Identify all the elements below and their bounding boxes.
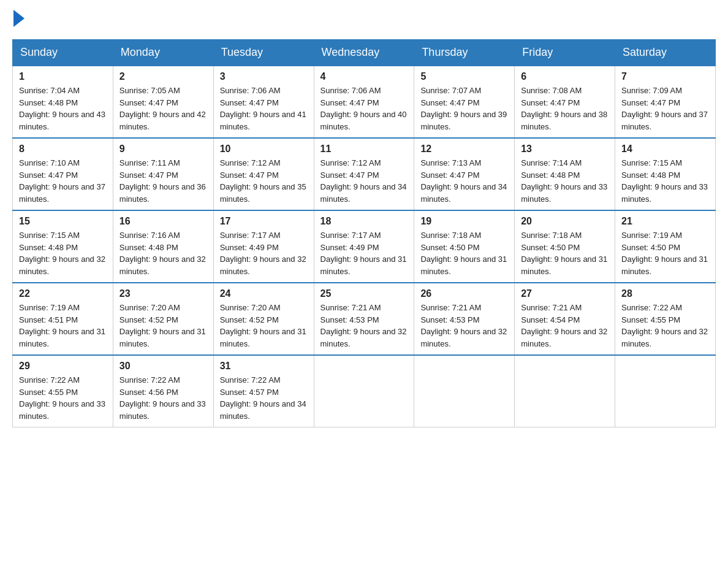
page-header xyxy=(12,12,716,27)
sunrise-label: Sunrise: 7:19 AM xyxy=(621,231,682,240)
calendar-day-cell: 28 Sunrise: 7:22 AM Sunset: 4:55 PM Dayl… xyxy=(615,283,716,355)
day-of-week-header: Monday xyxy=(113,40,213,66)
calendar-day-cell: 15 Sunrise: 7:15 AM Sunset: 4:48 PM Dayl… xyxy=(13,210,113,283)
sunrise-label: Sunrise: 7:06 AM xyxy=(220,86,281,95)
day-info: Sunrise: 7:22 AM Sunset: 4:57 PM Dayligh… xyxy=(220,374,308,422)
day-info: Sunrise: 7:17 AM Sunset: 4:49 PM Dayligh… xyxy=(220,229,308,277)
daylight-label: Daylight: 9 hours and 43 minutes. xyxy=(19,110,105,131)
calendar-day-cell: 6 Sunrise: 7:08 AM Sunset: 4:47 PM Dayli… xyxy=(515,66,615,138)
daylight-label: Daylight: 9 hours and 37 minutes. xyxy=(19,182,105,204)
sunset-label: Sunset: 4:54 PM xyxy=(521,315,580,324)
daylight-label: Daylight: 9 hours and 32 minutes. xyxy=(119,255,206,276)
calendar-day-cell: 25 Sunrise: 7:21 AM Sunset: 4:53 PM Dayl… xyxy=(314,283,414,355)
day-of-week-header: Thursday xyxy=(414,40,515,66)
calendar-table: SundayMondayTuesdayWednesdayThursdayFrid… xyxy=(12,39,716,427)
day-info: Sunrise: 7:20 AM Sunset: 4:52 PM Dayligh… xyxy=(119,302,207,350)
sunrise-label: Sunrise: 7:22 AM xyxy=(119,375,180,385)
daylight-label: Daylight: 9 hours and 31 minutes. xyxy=(320,255,407,276)
day-number: 18 xyxy=(320,216,408,227)
calendar-week-row: 29 Sunrise: 7:22 AM Sunset: 4:55 PM Dayl… xyxy=(13,355,716,427)
day-info: Sunrise: 7:16 AM Sunset: 4:48 PM Dayligh… xyxy=(119,229,207,277)
sunset-label: Sunset: 4:53 PM xyxy=(420,315,479,324)
calendar-day-cell: 27 Sunrise: 7:21 AM Sunset: 4:54 PM Dayl… xyxy=(515,283,615,355)
day-info: Sunrise: 7:18 AM Sunset: 4:50 PM Dayligh… xyxy=(420,229,508,277)
daylight-label: Daylight: 9 hours and 31 minutes. xyxy=(420,255,507,276)
daylight-label: Daylight: 9 hours and 32 minutes. xyxy=(521,327,607,348)
calendar-day-cell: 31 Sunrise: 7:22 AM Sunset: 4:57 PM Dayl… xyxy=(213,355,314,427)
sunrise-label: Sunrise: 7:12 AM xyxy=(320,158,381,167)
calendar-day-cell: 17 Sunrise: 7:17 AM Sunset: 4:49 PM Dayl… xyxy=(213,210,314,283)
calendar-day-cell: 22 Sunrise: 7:19 AM Sunset: 4:51 PM Dayl… xyxy=(13,283,113,355)
day-info: Sunrise: 7:12 AM Sunset: 4:47 PM Dayligh… xyxy=(320,157,408,205)
sunrise-label: Sunrise: 7:09 AM xyxy=(621,86,682,95)
day-info: Sunrise: 7:13 AM Sunset: 4:47 PM Dayligh… xyxy=(420,157,508,205)
day-info: Sunrise: 7:22 AM Sunset: 4:55 PM Dayligh… xyxy=(19,374,107,422)
daylight-label: Daylight: 9 hours and 32 minutes. xyxy=(621,327,708,348)
sunrise-label: Sunrise: 7:18 AM xyxy=(420,231,481,240)
calendar-day-cell: 3 Sunrise: 7:06 AM Sunset: 4:47 PM Dayli… xyxy=(213,66,314,138)
calendar-day-cell: 29 Sunrise: 7:22 AM Sunset: 4:55 PM Dayl… xyxy=(13,355,113,427)
sunset-label: Sunset: 4:52 PM xyxy=(220,315,279,324)
logo-arrow-icon xyxy=(13,10,25,27)
sunset-label: Sunset: 4:47 PM xyxy=(119,98,178,107)
daylight-label: Daylight: 9 hours and 38 minutes. xyxy=(521,110,607,131)
daylight-label: Daylight: 9 hours and 33 minutes. xyxy=(521,182,607,204)
day-info: Sunrise: 7:07 AM Sunset: 4:47 PM Dayligh… xyxy=(420,85,508,132)
day-info: Sunrise: 7:21 AM Sunset: 4:53 PM Dayligh… xyxy=(320,302,408,350)
calendar-empty-cell xyxy=(515,355,615,427)
day-of-week-header: Wednesday xyxy=(314,40,414,66)
day-number: 8 xyxy=(19,144,107,155)
sunrise-label: Sunrise: 7:22 AM xyxy=(220,375,281,385)
sunrise-label: Sunrise: 7:19 AM xyxy=(19,303,80,312)
daylight-label: Daylight: 9 hours and 33 minutes. xyxy=(119,399,206,421)
day-number: 15 xyxy=(19,216,107,227)
sunrise-label: Sunrise: 7:10 AM xyxy=(19,158,80,167)
calendar-day-cell: 1 Sunrise: 7:04 AM Sunset: 4:48 PM Dayli… xyxy=(13,66,113,138)
day-info: Sunrise: 7:12 AM Sunset: 4:47 PM Dayligh… xyxy=(220,157,308,205)
sunrise-label: Sunrise: 7:12 AM xyxy=(220,158,281,167)
sunrise-label: Sunrise: 7:18 AM xyxy=(521,231,582,240)
sunrise-label: Sunrise: 7:11 AM xyxy=(119,158,180,167)
day-of-week-header: Saturday xyxy=(615,40,716,66)
sunset-label: Sunset: 4:47 PM xyxy=(19,170,78,180)
day-info: Sunrise: 7:17 AM Sunset: 4:49 PM Dayligh… xyxy=(320,229,408,277)
day-of-week-header: Sunday xyxy=(13,40,113,66)
sunrise-label: Sunrise: 7:21 AM xyxy=(420,303,481,312)
sunset-label: Sunset: 4:55 PM xyxy=(19,388,78,397)
calendar-day-cell: 2 Sunrise: 7:05 AM Sunset: 4:47 PM Dayli… xyxy=(113,66,213,138)
sunrise-label: Sunrise: 7:15 AM xyxy=(621,158,682,167)
sunrise-label: Sunrise: 7:06 AM xyxy=(320,86,381,95)
calendar-day-cell: 10 Sunrise: 7:12 AM Sunset: 4:47 PM Dayl… xyxy=(213,138,314,210)
calendar-day-cell: 11 Sunrise: 7:12 AM Sunset: 4:47 PM Dayl… xyxy=(314,138,414,210)
calendar-day-cell: 26 Sunrise: 7:21 AM Sunset: 4:53 PM Dayl… xyxy=(414,283,515,355)
day-number: 16 xyxy=(119,216,207,227)
day-number: 22 xyxy=(19,288,107,299)
day-number: 25 xyxy=(320,288,408,299)
calendar-empty-cell xyxy=(615,355,716,427)
daylight-label: Daylight: 9 hours and 31 minutes. xyxy=(119,327,206,348)
sunset-label: Sunset: 4:50 PM xyxy=(420,243,479,252)
sunset-label: Sunset: 4:47 PM xyxy=(119,170,178,180)
calendar-day-cell: 9 Sunrise: 7:11 AM Sunset: 4:47 PM Dayli… xyxy=(113,138,213,210)
sunset-label: Sunset: 4:47 PM xyxy=(420,98,479,107)
calendar-week-row: 8 Sunrise: 7:10 AM Sunset: 4:47 PM Dayli… xyxy=(13,138,716,210)
sunrise-label: Sunrise: 7:22 AM xyxy=(621,303,682,312)
calendar-day-cell: 20 Sunrise: 7:18 AM Sunset: 4:50 PM Dayl… xyxy=(515,210,615,283)
day-number: 7 xyxy=(621,71,709,82)
day-number: 17 xyxy=(220,216,308,227)
sunset-label: Sunset: 4:49 PM xyxy=(220,243,279,252)
day-info: Sunrise: 7:11 AM Sunset: 4:47 PM Dayligh… xyxy=(119,157,207,205)
sunset-label: Sunset: 4:47 PM xyxy=(521,98,580,107)
day-number: 2 xyxy=(119,71,207,82)
day-info: Sunrise: 7:14 AM Sunset: 4:48 PM Dayligh… xyxy=(521,157,609,205)
daylight-label: Daylight: 9 hours and 42 minutes. xyxy=(119,110,206,131)
calendar-week-row: 15 Sunrise: 7:15 AM Sunset: 4:48 PM Dayl… xyxy=(13,210,716,283)
daylight-label: Daylight: 9 hours and 32 minutes. xyxy=(420,327,507,348)
day-info: Sunrise: 7:22 AM Sunset: 4:55 PM Dayligh… xyxy=(621,302,709,350)
daylight-label: Daylight: 9 hours and 31 minutes. xyxy=(19,327,105,348)
logo xyxy=(12,12,25,27)
daylight-label: Daylight: 9 hours and 31 minutes. xyxy=(220,327,306,348)
day-info: Sunrise: 7:09 AM Sunset: 4:47 PM Dayligh… xyxy=(621,85,709,132)
daylight-label: Daylight: 9 hours and 37 minutes. xyxy=(621,110,708,131)
sunset-label: Sunset: 4:50 PM xyxy=(621,243,680,252)
